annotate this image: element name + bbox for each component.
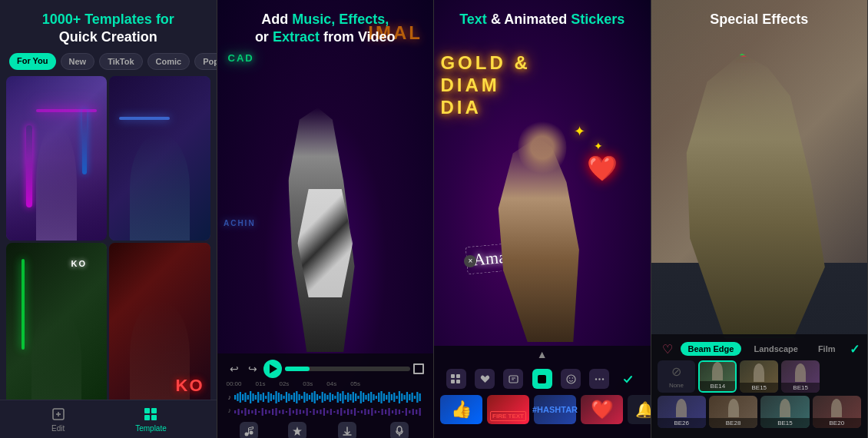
svg-rect-103	[313, 409, 314, 415]
template-cell-3[interactable]: KO	[6, 243, 107, 407]
effect-tab-film[interactable]: Film	[810, 342, 843, 356]
sticker-bell[interactable]: 🔔	[628, 395, 651, 424]
extract-icon	[338, 422, 356, 438]
sticker-thumbsup[interactable]: 👍	[440, 395, 482, 424]
fullscreen-button[interactable]	[413, 363, 424, 374]
menu-effect[interactable]: Effect	[288, 422, 306, 438]
svg-rect-49	[342, 391, 343, 403]
effect-be28[interactable]: BE28	[709, 396, 757, 428]
bottom-nav: Edit Template	[0, 400, 217, 438]
nav-template[interactable]: Template	[135, 406, 167, 433]
nav-edit[interactable]: Edit	[50, 406, 67, 433]
timeline[interactable]	[285, 367, 411, 371]
menu-extract[interactable]: Extract	[336, 422, 358, 438]
svg-rect-10	[242, 394, 244, 400]
effect-none-label: None	[669, 382, 684, 389]
svg-rect-5	[144, 415, 150, 420]
svg-rect-8	[237, 393, 238, 401]
tab-for-you[interactable]: For You	[9, 53, 56, 70]
svg-rect-6	[151, 415, 157, 420]
sticker-hashtag[interactable]: #HASHTAR	[534, 395, 576, 424]
svg-rect-17	[260, 394, 261, 400]
svg-rect-113	[347, 409, 349, 415]
svg-rect-110	[337, 410, 339, 414]
svg-rect-100	[303, 410, 304, 413]
svg-rect-126	[392, 410, 393, 413]
sticker-fire[interactable]: FIRE TEXT	[487, 395, 529, 424]
favorite-icon[interactable]: ♡	[659, 340, 676, 357]
svg-rect-86	[255, 409, 257, 415]
tool-grid[interactable]	[446, 369, 466, 389]
tab-tiktok[interactable]: TikTok	[99, 53, 142, 70]
play-button[interactable]	[263, 360, 282, 378]
menu-record[interactable]: Record	[388, 422, 410, 438]
svg-rect-41	[322, 392, 323, 403]
svg-rect-42	[324, 393, 326, 401]
tool-text[interactable]	[503, 369, 523, 389]
tool-heart[interactable]	[475, 369, 495, 389]
svg-rect-34	[303, 392, 305, 403]
effect-tab-landscape[interactable]: Landscape	[746, 342, 805, 356]
effect-be28-label: BE28	[709, 418, 757, 428]
svg-rect-93	[279, 410, 280, 413]
template-cell-2[interactable]	[109, 76, 210, 241]
effect-none[interactable]: ⊘ None	[658, 360, 696, 393]
time-2: 02s	[279, 380, 289, 387]
svg-rect-48	[340, 393, 341, 401]
svg-rect-79	[419, 393, 421, 401]
svg-point-138	[397, 426, 402, 433]
effect-be15c-label: BE15	[760, 418, 809, 428]
tab-popular[interactable]: Popular	[194, 53, 217, 70]
redo-button[interactable]: ↪	[245, 361, 260, 377]
panel-1-title: 1000+ Templates for Quick Creation	[0, 0, 217, 53]
effect-be14[interactable]: BE14	[698, 360, 737, 393]
tool-emoji[interactable]	[561, 369, 581, 389]
undo-button[interactable]: ↩	[227, 361, 242, 377]
apply-check[interactable]: ✓	[850, 342, 860, 357]
svg-rect-115	[354, 408, 356, 416]
effect-be20[interactable]: BE20	[813, 396, 861, 428]
svg-rect-36	[309, 395, 310, 400]
sticker-heart[interactable]: ❤️	[581, 395, 623, 424]
tab-comic[interactable]: Comic	[147, 53, 190, 70]
svg-rect-74	[406, 392, 408, 403]
template-cell-1[interactable]	[6, 76, 107, 241]
effect-be15-b[interactable]: BE15	[781, 360, 820, 393]
svg-rect-47	[337, 392, 339, 403]
none-icon: ⊘	[671, 364, 681, 379]
effects-grid-row2: BE26 BE28 BE15 BE20	[651, 393, 868, 428]
svg-point-150	[567, 375, 575, 383]
svg-rect-134	[419, 408, 421, 416]
template-cell-4[interactable]: KO	[109, 243, 210, 407]
svg-rect-53	[353, 392, 354, 403]
svg-rect-60	[370, 392, 372, 403]
expand-arrow[interactable]: ▲	[434, 346, 651, 363]
svg-rect-111	[340, 408, 342, 416]
svg-rect-31	[296, 391, 297, 403]
time-markers: 00:00 01s 02s 03s 04s 05s	[225, 380, 426, 387]
svg-rect-94	[282, 410, 283, 414]
effect-be15a-label: BE15	[740, 383, 778, 393]
time-5: 05s	[350, 380, 360, 387]
menu-music[interactable]: Music	[240, 422, 258, 438]
svg-rect-40	[319, 396, 320, 399]
tool-check[interactable]	[618, 369, 638, 389]
tab-new[interactable]: New	[61, 53, 95, 70]
tool-sticker-active[interactable]	[532, 369, 552, 389]
effects-grid-row1: ⊘ None BE14 BE15 BE15	[651, 360, 868, 393]
panel-effects: Special Effects ♡ Beam Edge Landscape Fi…	[651, 0, 869, 438]
svg-rect-142	[451, 380, 455, 383]
effect-be15-c[interactable]: BE15	[760, 396, 809, 428]
effect-be15-a[interactable]: BE15	[740, 360, 778, 393]
effect-be26[interactable]: BE26	[658, 396, 706, 428]
svg-rect-71	[399, 391, 400, 403]
panel-3-title: Text & Animated Stickers	[434, 0, 651, 36]
svg-rect-66	[386, 395, 387, 400]
effect-tab-beam[interactable]: Beam Edge	[681, 342, 742, 356]
svg-rect-4	[151, 408, 157, 413]
svg-rect-28	[288, 393, 290, 401]
svg-rect-128	[399, 410, 400, 414]
svg-point-153	[595, 378, 597, 380]
svg-rect-105	[320, 410, 321, 414]
tool-extra[interactable]	[589, 369, 609, 389]
